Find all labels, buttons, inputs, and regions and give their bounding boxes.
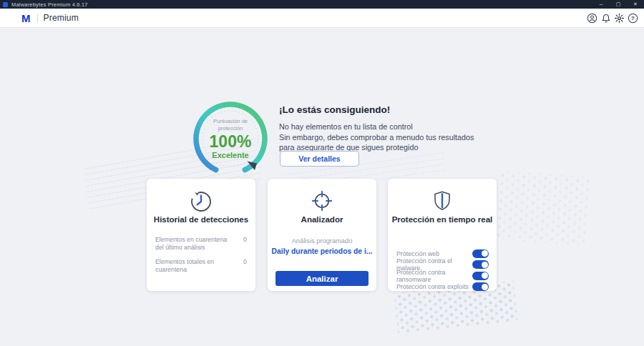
close-button[interactable]: ✕ (627, 0, 644, 9)
row-label: Elementos totales en cuarentena (155, 258, 235, 274)
toggle-label: Protección web (396, 250, 439, 257)
titlebar-title: Malwarebytes Premium 4.6.17 (11, 1, 88, 8)
gauge-label: Puntuación de protección (205, 118, 255, 132)
scanner-crosshair-icon (268, 188, 376, 214)
brand-label: Premium (44, 13, 79, 23)
status-message: ¡Lo estás consiguiendo! No hay elementos… (279, 104, 515, 153)
quarantine-total-row: Elementos totales en cuarentena 0 (155, 258, 247, 274)
scan-button[interactable]: Analizar (275, 271, 369, 286)
web-protection-toggle[interactable] (472, 249, 489, 258)
scanner-card: Analizador Análisis programado Daily dur… (268, 179, 376, 291)
ransomware-protection-toggle[interactable] (472, 272, 489, 280)
view-details-button[interactable]: Ver detalles (280, 151, 359, 167)
app-header: M Premium ? (0, 9, 644, 28)
row-label: Elementos en cuarentena del último análi… (155, 236, 235, 252)
minimize-button[interactable]: ─ (592, 0, 610, 9)
notifications-bell-icon[interactable] (599, 12, 613, 24)
shield-icon (388, 188, 497, 214)
map-pattern (493, 171, 589, 246)
row-value: 0 (243, 258, 247, 274)
realtime-protection-card: Protección en tiempo real Protección web… (388, 179, 497, 291)
detection-history-title: Historial de detecciones (147, 215, 255, 224)
scheduled-scan-link[interactable]: Daily durante periodos de i... (268, 247, 376, 255)
svg-text:?: ? (631, 15, 635, 21)
quarantine-last-scan-row: Elementos en cuarentena del último análi… (155, 236, 247, 252)
scanner-title: Analizador (268, 215, 376, 224)
toggle-label: Protección contra exploits (396, 283, 469, 290)
detection-history-card: Historial de detecciones Elementos en cu… (147, 179, 255, 291)
ransomware-protection-row: Protección contra ransomware (396, 270, 489, 281)
history-clock-icon (147, 188, 255, 214)
exploit-protection-toggle[interactable] (472, 282, 489, 291)
malwarebytes-logo: M (21, 13, 31, 24)
protection-score-value: 100% (210, 133, 252, 151)
help-icon[interactable]: ? (626, 12, 640, 24)
status-line: Sin embargo, debes comprobar a menudo tu… (279, 132, 515, 143)
logo-divider (37, 14, 38, 23)
scheduled-scan-label: Análisis programado (268, 237, 376, 244)
protection-score-rating: Excelente (212, 151, 248, 160)
maximize-button[interactable]: ▢ (610, 0, 627, 9)
realtime-protection-title: Protección en tiempo real (388, 215, 497, 224)
protection-score-gauge: Puntuación de protección 100% Excelente (191, 99, 270, 178)
settings-gear-icon[interactable] (613, 12, 626, 24)
account-icon[interactable] (585, 12, 599, 24)
row-value: 0 (243, 236, 247, 252)
malware-protection-toggle[interactable] (472, 260, 489, 269)
malwarebytes-window: Malwarebytes Premium 4.6.17 ─ ▢ ✕ M Prem… (0, 0, 644, 346)
exploit-protection-row: Protección contra exploits (396, 282, 489, 292)
titlebar-app-icon (3, 2, 8, 7)
titlebar: Malwarebytes Premium 4.6.17 ─ ▢ ✕ (0, 0, 644, 9)
toggle-label: Protección contra ransomware (396, 269, 472, 283)
status-heading: ¡Lo estás consiguiendo! (279, 104, 515, 115)
status-line: No hay elementos en tu lista de control (279, 122, 515, 132)
